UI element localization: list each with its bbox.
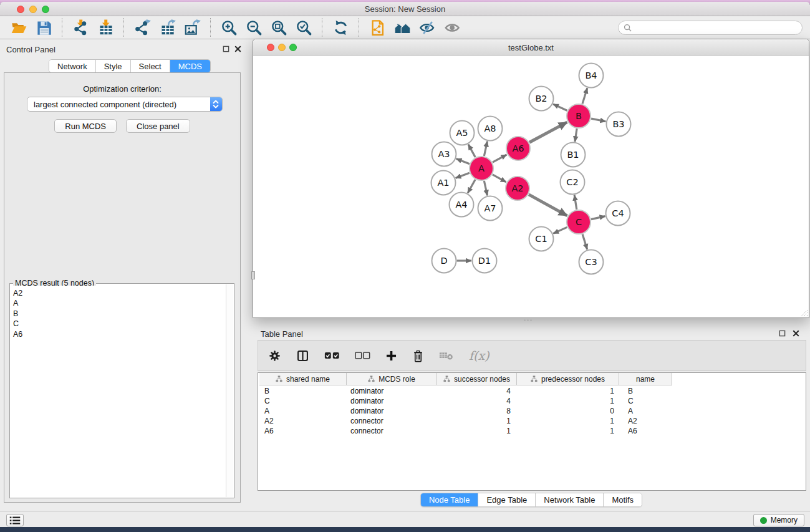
tab-network[interactable]: Network	[49, 60, 96, 72]
graph-edge-C-C1[interactable]	[553, 227, 567, 233]
graph-node-B4[interactable]: B4	[579, 64, 604, 88]
welcome-screen-button[interactable]	[390, 17, 415, 37]
table-cell[interactable]: A	[259, 406, 347, 416]
graph-node-C1[interactable]: C1	[529, 227, 554, 251]
tab-motifs[interactable]: Motifs	[604, 493, 642, 506]
table-cell[interactable]: 1	[517, 416, 619, 426]
export-image-button[interactable]	[180, 17, 205, 37]
show-all-button[interactable]	[440, 17, 465, 37]
table-close-button[interactable]	[791, 329, 801, 338]
panel-divider-handle[interactable]	[523, 319, 533, 322]
result-list-item[interactable]: A2	[13, 288, 226, 298]
table-cell[interactable]: 4	[437, 386, 517, 396]
clear-row-selection-button[interactable]	[355, 351, 370, 360]
window-edge-grip[interactable]	[251, 271, 255, 279]
table-cell[interactable]: 8	[437, 406, 517, 416]
result-list-item[interactable]: C	[13, 319, 226, 329]
graph-edge-A-A5[interactable]	[468, 144, 475, 157]
table-cell[interactable]: B	[619, 386, 672, 396]
table-settings-button[interactable]	[268, 349, 281, 362]
search-box[interactable]	[618, 21, 803, 35]
tab-node-table[interactable]: Node Table	[421, 493, 479, 506]
table-cell[interactable]: dominator	[347, 386, 437, 396]
graph-edge-B-B2[interactable]	[553, 104, 567, 110]
export-network-button[interactable]	[130, 17, 155, 37]
graph-node-B[interactable]: B	[567, 104, 591, 128]
table-cell[interactable]: 1	[517, 386, 619, 396]
graph-node-C[interactable]: C	[567, 210, 591, 234]
table-cell[interactable]: A6	[619, 426, 672, 436]
apply-preferred-layout-button[interactable]	[328, 17, 353, 37]
graph-node-A7[interactable]: A7	[478, 196, 503, 221]
zoom-fit-button[interactable]	[266, 17, 291, 37]
graph-node-B1[interactable]: B1	[561, 143, 586, 167]
graph-node-A5[interactable]: A5	[450, 121, 475, 145]
column-header-shared-name[interactable]: shared name	[259, 373, 347, 385]
import-network-button[interactable]	[68, 17, 93, 37]
graph-node-D[interactable]: D	[432, 249, 456, 273]
search-input[interactable]	[635, 24, 802, 32]
tab-mcds[interactable]: MCDS	[170, 60, 210, 72]
new-network-from-selection-button[interactable]	[365, 17, 390, 37]
hide-selected-button[interactable]	[415, 17, 440, 37]
export-table-button[interactable]	[155, 17, 180, 37]
table-cell[interactable]: connector	[347, 416, 437, 426]
column-header-MCDS-role[interactable]: MCDS role	[347, 373, 437, 385]
run-mcds-button[interactable]: Run MCDS	[54, 119, 117, 133]
graph-edge-A-A6[interactable]	[493, 155, 507, 162]
graph-node-A4[interactable]: A4	[450, 193, 474, 217]
graph-node-A6[interactable]: A6	[506, 137, 530, 160]
network-canvas[interactable]: B4B2BB3A8A5A6A3B1AA1C2A2A4A7C4CC1C3DD1	[253, 56, 809, 317]
import-table-button[interactable]	[93, 17, 118, 37]
resize-grip-icon[interactable]	[799, 308, 808, 317]
graph-edge-A-A7[interactable]	[484, 181, 487, 196]
graph-node-A1[interactable]: A1	[432, 171, 456, 195]
select-all-rows-button[interactable]	[324, 351, 340, 360]
graph-node-A[interactable]: A	[470, 157, 493, 180]
table-cell[interactable]: 1	[437, 416, 517, 426]
tab-select[interactable]: Select	[131, 60, 170, 72]
graph-edge-A-A4[interactable]	[468, 180, 475, 193]
tab-network-table[interactable]: Network Table	[536, 493, 604, 506]
graph-edge-C-C3[interactable]	[582, 235, 587, 249]
graph-node-C4[interactable]: C4	[606, 201, 630, 226]
table-cell[interactable]: A	[619, 406, 672, 416]
table-cell[interactable]: A2	[619, 416, 672, 426]
graph-edge-A-A1[interactable]	[456, 173, 470, 178]
table-cell[interactable]: dominator	[347, 396, 437, 406]
delete-columns-button[interactable]	[412, 349, 424, 362]
zoom-selected-button[interactable]	[291, 17, 316, 37]
table-cell[interactable]: 1	[437, 426, 517, 436]
graph-node-C2[interactable]: C2	[561, 170, 585, 195]
optimization-criterion-dropdown[interactable]: largest connected component (directed)	[27, 97, 223, 112]
zoom-in-button[interactable]	[216, 17, 241, 37]
table-cell[interactable]: 1	[517, 396, 619, 406]
graph-edge-A6-B[interactable]	[529, 122, 567, 142]
float-panel-button[interactable]	[221, 44, 231, 54]
table-cell[interactable]: 1	[517, 426, 619, 436]
table-cell[interactable]: B	[259, 386, 347, 396]
table-cell[interactable]: 0	[517, 406, 619, 416]
tab-style[interactable]: Style	[96, 60, 131, 72]
graph-node-C3[interactable]: C3	[579, 250, 604, 274]
graph-edge-B-B4[interactable]	[582, 88, 587, 104]
column-header-successor-nodes[interactable]: successor nodes	[437, 373, 517, 385]
zoom-out-button[interactable]	[241, 17, 266, 37]
graph-edge-A-A3[interactable]	[456, 159, 470, 164]
column-header-predecessor-nodes[interactable]: predecessor nodes	[517, 373, 619, 385]
graph-node-A8[interactable]: A8	[478, 117, 503, 141]
table-cell[interactable]: C	[259, 396, 347, 406]
table-cell[interactable]: A6	[259, 426, 347, 436]
table-cell[interactable]: 4	[437, 396, 517, 406]
graph-node-A2[interactable]: A2	[506, 177, 529, 200]
graph-edge-B-B1[interactable]	[575, 128, 577, 142]
column-header-name[interactable]: name	[619, 373, 672, 385]
graph-node-B2[interactable]: B2	[529, 87, 554, 111]
save-session-button[interactable]	[31, 17, 56, 37]
table-cell[interactable]: connector	[347, 426, 437, 436]
graph-edge-C-C2[interactable]	[574, 195, 577, 210]
graph-node-B3[interactable]: B3	[607, 112, 631, 137]
close-panel-button[interactable]	[233, 44, 243, 54]
result-list-item[interactable]: A	[13, 298, 226, 308]
graph-node-A3[interactable]: A3	[432, 142, 456, 167]
